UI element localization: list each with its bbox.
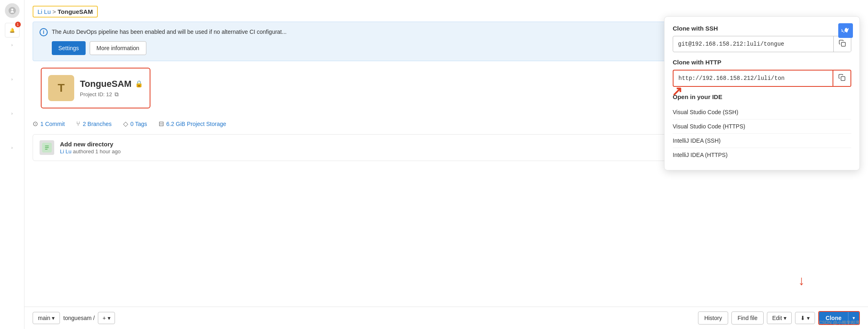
annotation-arrow-2: ↓ bbox=[798, 273, 805, 288]
breadcrumb-project: TongueSAM bbox=[57, 8, 93, 15]
commits-stat[interactable]: ⊙ 1 Commit bbox=[33, 120, 65, 128]
sidebar-collapse-3[interactable]: › bbox=[5, 109, 20, 117]
plus-icon: + bbox=[102, 315, 106, 321]
project-name-row: TongueSAM 🔒 bbox=[80, 79, 143, 89]
project-info: TongueSAM 🔒 Project ID: 12 ⧉ bbox=[80, 79, 143, 98]
download-chevron-icon: ▾ bbox=[807, 315, 810, 321]
lock-icon: 🔒 bbox=[135, 80, 143, 88]
edit-chevron-icon: ▾ bbox=[784, 315, 786, 321]
project-id-label: Project ID: 12 bbox=[80, 91, 112, 97]
ssh-copy-button[interactable] bbox=[833, 36, 851, 52]
download-button[interactable]: ⬇ ▾ bbox=[795, 312, 815, 324]
svg-rect-2 bbox=[841, 42, 846, 46]
svg-rect-3 bbox=[841, 77, 845, 81]
project-avatar: T bbox=[48, 75, 74, 101]
settings-button[interactable]: Settings bbox=[52, 41, 86, 55]
http-clone-input[interactable] bbox=[674, 71, 833, 85]
add-file-button[interactable]: + ▾ bbox=[98, 312, 115, 324]
branch-icon: ⑂ bbox=[76, 120, 80, 128]
ide-title: Open in your IDE bbox=[673, 93, 851, 100]
ide-option-intellij-https[interactable]: IntelliJ IDEA (HTTPS) bbox=[673, 148, 851, 162]
project-id-row: Project ID: 12 ⧉ bbox=[80, 91, 143, 98]
breadcrumb-box: Li Lu > TongueSAM bbox=[33, 6, 98, 18]
branches-label: 2 Branches bbox=[83, 121, 112, 127]
ide-option-vscode-https[interactable]: Visual Studio Code (HTTPS) bbox=[673, 119, 851, 134]
info-banner-text: The Auto DevOps pipeline has been enable… bbox=[52, 28, 287, 36]
sidebar: 🔔 1 › › › › bbox=[0, 0, 24, 329]
project-name: TongueSAM bbox=[80, 79, 132, 89]
http-clone-title: Clone with HTTP bbox=[673, 59, 851, 66]
project-card: T TongueSAM 🔒 Project ID: 12 ⧉ bbox=[41, 68, 150, 108]
info-icon: i bbox=[40, 28, 48, 36]
sidebar-collapse-1[interactable]: › bbox=[5, 41, 20, 49]
more-info-button[interactable]: More information bbox=[90, 41, 146, 55]
commit-title: Add new directory bbox=[60, 141, 121, 148]
main-spacer bbox=[24, 168, 868, 307]
ssh-clone-title: Clone with SSH bbox=[673, 25, 851, 32]
commits-label: 1 Commit bbox=[40, 121, 65, 127]
history-button[interactable]: History bbox=[698, 311, 728, 325]
http-clone-input-row bbox=[673, 70, 851, 87]
annotation-arrow-1: ↗ bbox=[671, 84, 682, 99]
commit-avatar bbox=[40, 140, 54, 155]
file-toolbar: main ▾ tonguesam / + ▾ History Find file… bbox=[24, 307, 868, 329]
clone-panel: Clone with SSH Clone with HTTP Open in bbox=[664, 16, 860, 170]
ide-option-vscode-ssh[interactable]: Visual Studio Code (SSH) bbox=[673, 105, 851, 119]
tags-stat[interactable]: ◇ 0 Tags bbox=[123, 120, 147, 128]
storage-icon: ⊟ bbox=[159, 120, 164, 128]
tags-label: 0 Tags bbox=[130, 121, 147, 127]
commit-author-link[interactable]: Li Lu bbox=[60, 148, 71, 155]
ssh-clone-input[interactable] bbox=[673, 37, 833, 51]
sidebar-collapse-4[interactable]: › bbox=[5, 144, 20, 152]
notification-badge[interactable]: 🔔 1 bbox=[5, 23, 20, 38]
plus-chevron-icon: ▾ bbox=[108, 315, 110, 321]
branch-name: main bbox=[38, 315, 50, 321]
storage-stat[interactable]: ⊟ 6.2 GiB Project Storage bbox=[159, 120, 226, 128]
http-copy-button[interactable] bbox=[833, 71, 850, 86]
branches-stat[interactable]: ⑂ 2 Branches bbox=[76, 120, 112, 128]
file-path: tonguesam / bbox=[63, 315, 95, 321]
breadcrumb-separator: > bbox=[53, 8, 56, 15]
commit-icon: ⊙ bbox=[33, 120, 38, 128]
download-icon: ⬇ bbox=[800, 315, 805, 321]
copy-id-icon[interactable]: ⧉ bbox=[115, 91, 119, 98]
find-file-button[interactable]: Find file bbox=[731, 311, 764, 325]
ide-option-intellij-ssh[interactable]: IntelliJ IDEA (SSH) bbox=[673, 134, 851, 148]
edit-button[interactable]: Edit ▾ bbox=[767, 312, 792, 324]
ide-options-list: Visual Studio Code (SSH) Visual Studio C… bbox=[673, 105, 851, 162]
watermark: CSDN @小熊学程序 bbox=[819, 320, 860, 326]
branch-selector[interactable]: main ▾ bbox=[33, 312, 60, 324]
ssh-clone-input-row bbox=[673, 36, 851, 52]
commit-meta: Li Lu authored 1 hour ago bbox=[60, 148, 121, 155]
commit-time: authored 1 hour ago bbox=[73, 148, 121, 155]
branch-chevron-icon: ▾ bbox=[52, 315, 55, 321]
breadcrumb-user-link[interactable]: Li Lu bbox=[38, 8, 51, 15]
storage-label: 6.2 GiB Project Storage bbox=[166, 121, 226, 127]
translate-icon[interactable] bbox=[838, 23, 853, 38]
sidebar-collapse-2[interactable]: › bbox=[5, 75, 20, 83]
tag-icon: ◇ bbox=[123, 120, 128, 128]
edit-label: Edit bbox=[772, 315, 782, 321]
sidebar-avatar bbox=[5, 3, 20, 18]
commit-details: Add new directory Li Lu authored 1 hour … bbox=[60, 141, 121, 155]
